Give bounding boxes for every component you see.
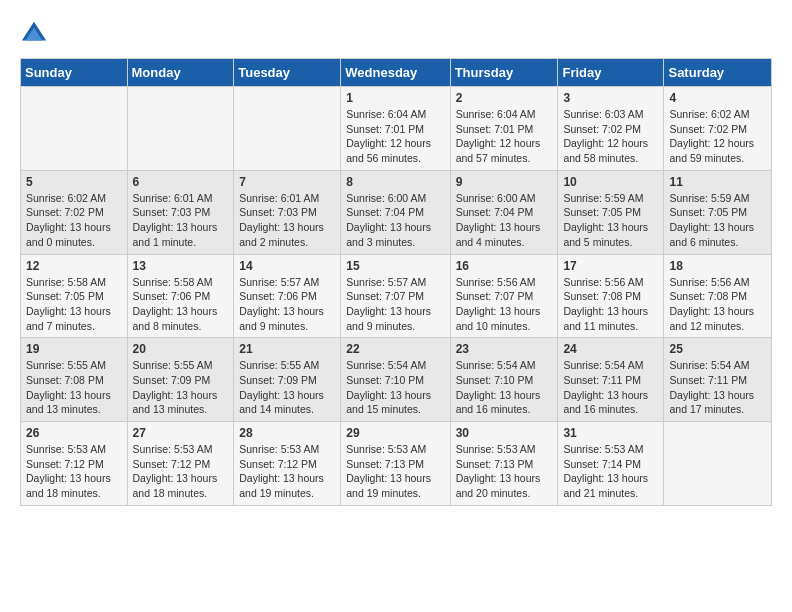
day-number: 2 (456, 91, 553, 105)
calendar-cell: 19Sunrise: 5:55 AM Sunset: 7:08 PM Dayli… (21, 338, 128, 422)
day-number: 8 (346, 175, 444, 189)
calendar-cell: 30Sunrise: 5:53 AM Sunset: 7:13 PM Dayli… (450, 422, 558, 506)
calendar-cell: 14Sunrise: 5:57 AM Sunset: 7:06 PM Dayli… (234, 254, 341, 338)
day-info: Sunrise: 5:59 AM Sunset: 7:05 PM Dayligh… (669, 191, 766, 250)
day-number: 20 (133, 342, 229, 356)
calendar-cell (21, 87, 128, 171)
day-number: 12 (26, 259, 122, 273)
calendar-cell: 16Sunrise: 5:56 AM Sunset: 7:07 PM Dayli… (450, 254, 558, 338)
weekday-monday: Monday (127, 59, 234, 87)
logo (20, 20, 52, 48)
calendar-cell: 11Sunrise: 5:59 AM Sunset: 7:05 PM Dayli… (664, 170, 772, 254)
day-number: 6 (133, 175, 229, 189)
day-info: Sunrise: 5:54 AM Sunset: 7:10 PM Dayligh… (456, 358, 553, 417)
calendar-cell: 7Sunrise: 6:01 AM Sunset: 7:03 PM Daylig… (234, 170, 341, 254)
calendar-week-1: 1Sunrise: 6:04 AM Sunset: 7:01 PM Daylig… (21, 87, 772, 171)
day-info: Sunrise: 5:56 AM Sunset: 7:07 PM Dayligh… (456, 275, 553, 334)
calendar-week-5: 26Sunrise: 5:53 AM Sunset: 7:12 PM Dayli… (21, 422, 772, 506)
day-number: 17 (563, 259, 658, 273)
day-number: 29 (346, 426, 444, 440)
day-number: 18 (669, 259, 766, 273)
day-number: 15 (346, 259, 444, 273)
calendar-table: SundayMondayTuesdayWednesdayThursdayFrid… (20, 58, 772, 506)
weekday-friday: Friday (558, 59, 664, 87)
day-number: 22 (346, 342, 444, 356)
day-number: 28 (239, 426, 335, 440)
calendar-cell (234, 87, 341, 171)
calendar-cell: 26Sunrise: 5:53 AM Sunset: 7:12 PM Dayli… (21, 422, 128, 506)
day-info: Sunrise: 5:53 AM Sunset: 7:14 PM Dayligh… (563, 442, 658, 501)
calendar-cell: 29Sunrise: 5:53 AM Sunset: 7:13 PM Dayli… (341, 422, 450, 506)
calendar-cell: 18Sunrise: 5:56 AM Sunset: 7:08 PM Dayli… (664, 254, 772, 338)
day-info: Sunrise: 5:54 AM Sunset: 7:10 PM Dayligh… (346, 358, 444, 417)
day-number: 23 (456, 342, 553, 356)
weekday-header-row: SundayMondayTuesdayWednesdayThursdayFrid… (21, 59, 772, 87)
day-number: 25 (669, 342, 766, 356)
calendar-week-3: 12Sunrise: 5:58 AM Sunset: 7:05 PM Dayli… (21, 254, 772, 338)
day-info: Sunrise: 5:58 AM Sunset: 7:05 PM Dayligh… (26, 275, 122, 334)
day-info: Sunrise: 6:04 AM Sunset: 7:01 PM Dayligh… (346, 107, 444, 166)
day-number: 3 (563, 91, 658, 105)
calendar-cell: 3Sunrise: 6:03 AM Sunset: 7:02 PM Daylig… (558, 87, 664, 171)
day-info: Sunrise: 5:55 AM Sunset: 7:09 PM Dayligh… (133, 358, 229, 417)
calendar-cell (664, 422, 772, 506)
calendar-cell: 23Sunrise: 5:54 AM Sunset: 7:10 PM Dayli… (450, 338, 558, 422)
day-info: Sunrise: 6:02 AM Sunset: 7:02 PM Dayligh… (669, 107, 766, 166)
calendar-cell: 17Sunrise: 5:56 AM Sunset: 7:08 PM Dayli… (558, 254, 664, 338)
calendar-cell: 2Sunrise: 6:04 AM Sunset: 7:01 PM Daylig… (450, 87, 558, 171)
calendar-week-2: 5Sunrise: 6:02 AM Sunset: 7:02 PM Daylig… (21, 170, 772, 254)
day-number: 5 (26, 175, 122, 189)
day-info: Sunrise: 6:03 AM Sunset: 7:02 PM Dayligh… (563, 107, 658, 166)
day-info: Sunrise: 5:53 AM Sunset: 7:12 PM Dayligh… (133, 442, 229, 501)
day-info: Sunrise: 6:01 AM Sunset: 7:03 PM Dayligh… (239, 191, 335, 250)
day-number: 10 (563, 175, 658, 189)
day-info: Sunrise: 6:04 AM Sunset: 7:01 PM Dayligh… (456, 107, 553, 166)
calendar-cell: 1Sunrise: 6:04 AM Sunset: 7:01 PM Daylig… (341, 87, 450, 171)
day-info: Sunrise: 6:02 AM Sunset: 7:02 PM Dayligh… (26, 191, 122, 250)
day-info: Sunrise: 5:56 AM Sunset: 7:08 PM Dayligh… (563, 275, 658, 334)
weekday-saturday: Saturday (664, 59, 772, 87)
day-number: 1 (346, 91, 444, 105)
day-number: 7 (239, 175, 335, 189)
day-info: Sunrise: 5:54 AM Sunset: 7:11 PM Dayligh… (669, 358, 766, 417)
day-info: Sunrise: 5:58 AM Sunset: 7:06 PM Dayligh… (133, 275, 229, 334)
day-info: Sunrise: 5:54 AM Sunset: 7:11 PM Dayligh… (563, 358, 658, 417)
day-number: 9 (456, 175, 553, 189)
calendar-cell: 8Sunrise: 6:00 AM Sunset: 7:04 PM Daylig… (341, 170, 450, 254)
day-number: 26 (26, 426, 122, 440)
calendar-cell: 15Sunrise: 5:57 AM Sunset: 7:07 PM Dayli… (341, 254, 450, 338)
calendar-cell (127, 87, 234, 171)
day-info: Sunrise: 5:55 AM Sunset: 7:09 PM Dayligh… (239, 358, 335, 417)
day-info: Sunrise: 5:57 AM Sunset: 7:06 PM Dayligh… (239, 275, 335, 334)
calendar-cell: 12Sunrise: 5:58 AM Sunset: 7:05 PM Dayli… (21, 254, 128, 338)
weekday-wednesday: Wednesday (341, 59, 450, 87)
calendar-cell: 20Sunrise: 5:55 AM Sunset: 7:09 PM Dayli… (127, 338, 234, 422)
page-header (20, 20, 772, 48)
logo-icon (20, 20, 48, 48)
day-number: 4 (669, 91, 766, 105)
calendar-cell: 25Sunrise: 5:54 AM Sunset: 7:11 PM Dayli… (664, 338, 772, 422)
day-number: 11 (669, 175, 766, 189)
day-info: Sunrise: 5:55 AM Sunset: 7:08 PM Dayligh… (26, 358, 122, 417)
day-info: Sunrise: 5:56 AM Sunset: 7:08 PM Dayligh… (669, 275, 766, 334)
calendar-cell: 31Sunrise: 5:53 AM Sunset: 7:14 PM Dayli… (558, 422, 664, 506)
day-number: 14 (239, 259, 335, 273)
calendar-cell: 24Sunrise: 5:54 AM Sunset: 7:11 PM Dayli… (558, 338, 664, 422)
calendar-cell: 4Sunrise: 6:02 AM Sunset: 7:02 PM Daylig… (664, 87, 772, 171)
calendar-week-4: 19Sunrise: 5:55 AM Sunset: 7:08 PM Dayli… (21, 338, 772, 422)
calendar-cell: 21Sunrise: 5:55 AM Sunset: 7:09 PM Dayli… (234, 338, 341, 422)
calendar-cell: 9Sunrise: 6:00 AM Sunset: 7:04 PM Daylig… (450, 170, 558, 254)
day-info: Sunrise: 5:59 AM Sunset: 7:05 PM Dayligh… (563, 191, 658, 250)
day-number: 21 (239, 342, 335, 356)
day-number: 27 (133, 426, 229, 440)
day-info: Sunrise: 5:53 AM Sunset: 7:13 PM Dayligh… (346, 442, 444, 501)
day-number: 31 (563, 426, 658, 440)
day-info: Sunrise: 5:53 AM Sunset: 7:12 PM Dayligh… (239, 442, 335, 501)
calendar-cell: 6Sunrise: 6:01 AM Sunset: 7:03 PM Daylig… (127, 170, 234, 254)
day-info: Sunrise: 5:53 AM Sunset: 7:13 PM Dayligh… (456, 442, 553, 501)
calendar-cell: 28Sunrise: 5:53 AM Sunset: 7:12 PM Dayli… (234, 422, 341, 506)
weekday-thursday: Thursday (450, 59, 558, 87)
day-number: 30 (456, 426, 553, 440)
calendar-cell: 10Sunrise: 5:59 AM Sunset: 7:05 PM Dayli… (558, 170, 664, 254)
weekday-sunday: Sunday (21, 59, 128, 87)
